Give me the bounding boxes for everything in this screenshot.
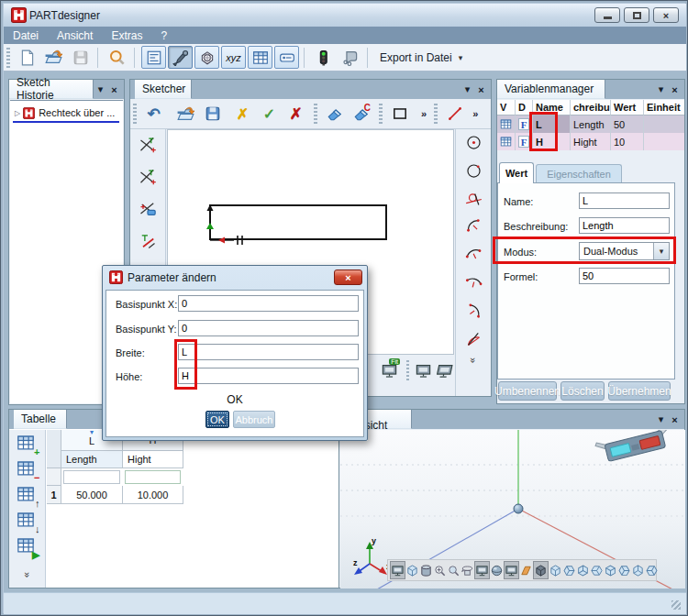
abbruch-button[interactable]: Abbruch xyxy=(233,411,275,428)
loeschen-button[interactable]: Löschen xyxy=(560,381,605,401)
row-number[interactable]: 1 xyxy=(47,486,61,504)
cell-length-value[interactable]: 50.000 xyxy=(61,486,123,504)
tabelle-title-tab[interactable]: Tabelle xyxy=(14,410,67,429)
apply-button[interactable]: ✓ xyxy=(257,103,282,126)
ok-button[interactable]: OK xyxy=(205,411,229,428)
vm-row-l[interactable]: F L Length 50 xyxy=(497,116,684,133)
more-tools-chevron[interactable]: » xyxy=(421,108,427,119)
variablenmanager-title-tab[interactable]: Variablenmanager xyxy=(497,80,605,99)
new-document-button[interactable] xyxy=(15,46,39,69)
uebernehmen-button[interactable]: Übernehmen xyxy=(608,381,671,401)
clip-plane-button[interactable] xyxy=(519,561,533,579)
run-table-button[interactable]: ▶ xyxy=(16,536,39,558)
circle-center-tool-button[interactable] xyxy=(461,131,486,154)
panel-close-icon[interactable]: × xyxy=(474,82,488,96)
vm-col-beschreibung[interactable]: chreibu xyxy=(571,100,611,116)
vm-col-name[interactable]: Name xyxy=(533,100,571,116)
arc-tool-button[interactable] xyxy=(461,214,486,237)
vm-wert-h[interactable]: 10 xyxy=(611,133,644,150)
erase-button[interactable] xyxy=(322,103,347,126)
status-check-button[interactable] xyxy=(311,46,336,69)
panel-close-icon[interactable]: × xyxy=(668,82,682,96)
perspective-view-button[interactable] xyxy=(435,359,454,382)
maximize-button[interactable] xyxy=(624,7,649,23)
vm-beschreibung-h[interactable]: Hight xyxy=(571,133,611,150)
move-row-down-button[interactable]: ↓ xyxy=(16,511,39,533)
name-field[interactable] xyxy=(579,192,670,209)
tab-wert[interactable]: Wert xyxy=(499,162,534,183)
zoom-in-button[interactable] xyxy=(433,561,447,579)
fit-screen-button[interactable] xyxy=(474,561,490,579)
save-button[interactable] xyxy=(68,46,93,69)
menu-ansicht[interactable]: Ansicht xyxy=(48,28,102,44)
trim-point-2-button[interactable] xyxy=(136,165,161,188)
erase-constraints-button[interactable]: C xyxy=(349,103,373,126)
close-button[interactable]: × xyxy=(653,7,679,23)
vm-row-h[interactable]: F H Hight 10 xyxy=(497,133,684,150)
toggle-tabelle-button[interactable] xyxy=(248,46,272,69)
export-in-datei-button[interactable]: Export in Datei ▾ xyxy=(372,49,470,67)
tangent-line-button[interactable] xyxy=(136,229,161,252)
vm-name-h[interactable]: H xyxy=(533,133,571,150)
front-view-button[interactable] xyxy=(414,359,433,382)
panel-menu-icon[interactable]: ▾ xyxy=(461,82,474,96)
dialog-close-button[interactable]: × xyxy=(334,270,362,285)
vm-col-d[interactable]: D xyxy=(516,100,533,116)
more-tools-chevron[interactable]: » xyxy=(472,108,478,119)
beschreibung-field[interactable] xyxy=(579,217,670,234)
zoom-sphere-button[interactable] xyxy=(447,561,461,579)
filter-length-input[interactable] xyxy=(63,470,120,484)
history-item-rechteck[interactable]: ▷ Rechteck über ... xyxy=(12,104,121,121)
vm-col-v[interactable]: V xyxy=(497,100,516,116)
umbenennen-button[interactable]: Umbenennen xyxy=(498,381,557,401)
vm-col-wert[interactable]: Wert xyxy=(611,100,644,116)
sketch-historie-title-tab[interactable]: Sketch Historie xyxy=(9,80,94,99)
parameter-aendern-dialog[interactable]: Parameter ändern × Basispunkt X: Basispu… xyxy=(102,265,368,441)
menu-extras[interactable]: Extras xyxy=(102,28,151,44)
toggle-sketch-historie-button[interactable] xyxy=(141,46,166,69)
view-solid-button[interactable] xyxy=(405,561,419,579)
rotate-view-button[interactable] xyxy=(461,561,474,579)
arc-tool-4-button[interactable] xyxy=(461,300,486,323)
toggle-sketcher-button[interactable] xyxy=(168,46,193,69)
vm-einheit-l[interactable] xyxy=(644,116,684,133)
search-button[interactable] xyxy=(105,46,129,69)
hoehe-input[interactable] xyxy=(178,368,359,384)
filter-hight-input[interactable] xyxy=(125,470,181,484)
vm-wert-l[interactable]: 50 xyxy=(611,116,644,133)
iso-view-8-button[interactable] xyxy=(645,561,659,579)
title-bar[interactable]: PARTdesigner × xyxy=(4,4,686,27)
delete-constraint-button[interactable] xyxy=(136,197,161,220)
iso-view-3-button[interactable] xyxy=(576,561,590,579)
vm-beschreibung-l[interactable]: Length xyxy=(571,116,611,133)
trim-point-button[interactable] xyxy=(136,133,161,156)
toggle-variablenmanager-button[interactable] xyxy=(274,46,299,69)
view-cylinder-button[interactable] xyxy=(419,561,433,579)
breite-input[interactable] xyxy=(178,344,359,360)
vm-col-einheit[interactable]: Einheit xyxy=(644,100,684,116)
sketch-open-button[interactable] xyxy=(173,103,198,126)
panel-menu-icon[interactable]: ▾ xyxy=(94,82,107,96)
panel-close-icon[interactable]: × xyxy=(668,412,682,426)
view-list-button[interactable] xyxy=(390,561,405,579)
panel-menu-icon[interactable]: ▾ xyxy=(654,82,668,96)
vm-einheit-h[interactable] xyxy=(644,133,684,150)
cancel-sketch-button[interactable]: ✗ xyxy=(283,103,308,126)
tangent-circle-tool-button[interactable] xyxy=(461,188,486,211)
arc-tool-3-button[interactable] xyxy=(461,271,486,294)
menu-datei[interactable]: Datei xyxy=(4,28,48,44)
modus-combobox[interactable]: Dual-Modus ▾ xyxy=(579,242,670,260)
tab-eigenschaften[interactable]: Eigenschaften xyxy=(536,164,622,183)
cell-hight-value[interactable]: 10.000 xyxy=(123,486,183,504)
add-row-button[interactable]: + xyxy=(16,434,39,456)
tabelle-col-length[interactable]: Length xyxy=(61,451,123,468)
basispunkt-y-input[interactable] xyxy=(178,320,359,336)
cube-view-button[interactable] xyxy=(533,561,549,579)
line-tool-button[interactable] xyxy=(442,103,467,126)
arc-angle-tool-button[interactable] xyxy=(461,328,486,351)
open-button[interactable] xyxy=(41,46,66,69)
sketch-save-button[interactable] xyxy=(200,103,225,126)
expand-arrow-icon[interactable]: ▷ xyxy=(15,109,20,117)
assembly-button[interactable] xyxy=(338,46,362,69)
minimize-button[interactable] xyxy=(594,7,620,23)
